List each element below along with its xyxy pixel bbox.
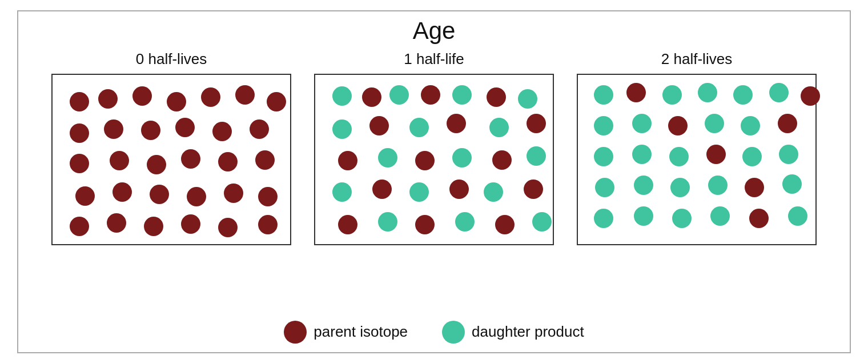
daughter-dot: [409, 182, 429, 202]
daughter-dot: [452, 148, 472, 167]
parent-dot: [778, 114, 797, 133]
parent-dot: [449, 179, 469, 199]
parent-dot: [801, 86, 820, 106]
col2-label: 2 half-lives: [661, 50, 732, 68]
daughter-label: daughter product: [472, 323, 584, 341]
columns-area: 0 half-lives 1 half-life 2 half-lives: [30, 50, 838, 310]
parent-label: parent isotope: [314, 323, 408, 341]
daughter-dot: [594, 147, 613, 166]
parent-dot: [527, 114, 546, 133]
parent-dot: [706, 145, 726, 164]
parent-dot: [362, 87, 381, 107]
daughter-dot: [594, 116, 613, 135]
daughter-dot: [594, 209, 613, 228]
parent-dot: [98, 89, 118, 109]
daughter-dot: [741, 116, 760, 135]
daughter-dot: [452, 85, 472, 105]
parent-dot: [141, 121, 160, 140]
daughter-dot: [782, 174, 802, 194]
parent-dot: [267, 92, 286, 111]
parent-dot: [369, 116, 389, 135]
parent-dot: [70, 92, 89, 111]
daughter-dot: [378, 148, 397, 167]
col1-label: 1 half-life: [404, 50, 464, 68]
daughter-dot: [594, 85, 613, 105]
daughter-dot: [518, 89, 537, 109]
daughter-dot: [634, 175, 653, 195]
daughter-dot: [742, 147, 762, 166]
parent-dot: [372, 179, 392, 199]
parent-dot: [487, 87, 506, 107]
column-1: 1 half-life: [314, 50, 554, 245]
parent-dot: [668, 116, 688, 135]
parent-dot: [75, 186, 95, 206]
legend-daughter: daughter product: [442, 321, 584, 344]
parent-dot: [112, 182, 132, 202]
parent-dot: [144, 217, 163, 236]
col0-box: [51, 74, 291, 245]
column-2: 2 half-lives: [577, 50, 817, 245]
parent-dot: [492, 150, 512, 170]
daughter-dot: [672, 209, 692, 228]
parent-dot: [181, 149, 200, 169]
parent-dot-icon: [284, 321, 307, 344]
daughter-dot: [489, 118, 509, 137]
daughter-dot: [779, 145, 798, 164]
parent-dot: [745, 178, 764, 197]
parent-dot: [258, 215, 278, 234]
parent-dot: [181, 214, 200, 234]
legend-parent: parent isotope: [284, 321, 408, 344]
parent-dot: [524, 179, 543, 199]
legend: parent isotope daughter product: [30, 321, 838, 344]
parent-dot: [415, 151, 435, 170]
parent-dot: [415, 215, 435, 234]
daughter-dot: [332, 182, 352, 202]
parent-dot: [175, 118, 195, 137]
parent-dot: [235, 85, 255, 105]
parent-dot: [258, 187, 278, 206]
parent-dot: [70, 123, 89, 143]
parent-dot: [495, 215, 515, 234]
daughter-dot: [455, 212, 475, 232]
parent-dot: [224, 184, 243, 203]
parent-dot: [107, 213, 126, 233]
parent-dot: [70, 217, 89, 236]
daughter-dot: [389, 85, 409, 105]
parent-dot: [132, 86, 152, 106]
parent-dot: [212, 122, 232, 141]
col2-box: [577, 74, 817, 245]
daughter-dot: [527, 146, 546, 166]
parent-dot: [167, 92, 186, 111]
column-0: 0 half-lives: [51, 50, 291, 245]
daughter-dot: [788, 206, 807, 226]
parent-dot: [626, 83, 646, 102]
parent-dot: [110, 151, 129, 170]
page-title: Age: [413, 17, 456, 45]
parent-dot: [218, 152, 238, 171]
daughter-dot: [670, 178, 690, 197]
daughter-dot: [332, 86, 352, 106]
parent-dot: [250, 119, 269, 139]
parent-dot: [218, 218, 238, 237]
parent-dot: [421, 85, 440, 105]
parent-dot: [150, 185, 169, 204]
daughter-dot: [662, 85, 682, 105]
parent-dot: [147, 155, 166, 174]
daughter-dot: [484, 182, 503, 202]
daughter-dot: [669, 147, 689, 166]
col1-box: [314, 74, 554, 245]
daughter-dot: [409, 118, 429, 137]
daughter-dot: [332, 119, 352, 139]
daughter-dot: [708, 175, 728, 195]
daughter-dot: [632, 114, 652, 133]
daughter-dot: [595, 178, 614, 197]
daughter-dot: [378, 212, 397, 232]
daughter-dot: [532, 212, 552, 232]
parent-dot: [338, 151, 357, 170]
daughter-dot: [769, 83, 789, 102]
parent-dot: [104, 119, 123, 139]
daughter-dot: [634, 206, 653, 226]
parent-dot: [201, 87, 220, 107]
parent-dot: [70, 154, 89, 173]
daughter-dot: [733, 85, 753, 105]
